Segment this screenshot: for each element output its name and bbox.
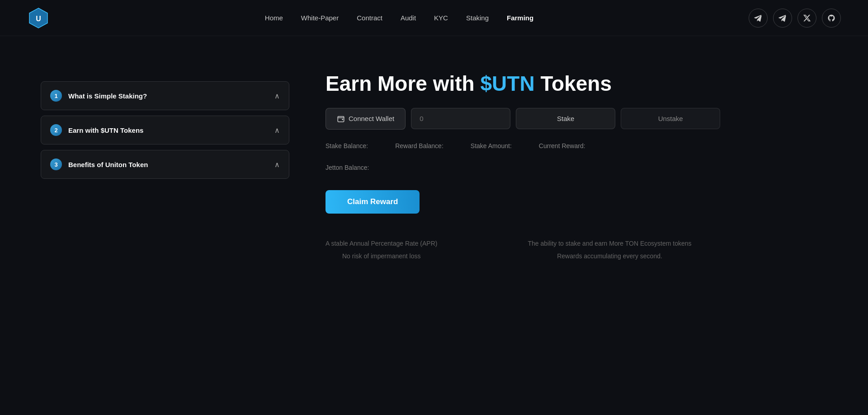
faq-item-3-header[interactable]: 3 Benefits of Uniton Token ∧ — [41, 150, 289, 178]
github-icon[interactable] — [822, 9, 841, 28]
faq-number-1: 1 — [50, 90, 62, 102]
faq-item-1: 1 What is Simple Staking? ∧ — [41, 81, 289, 110]
svg-point-2 — [342, 119, 343, 120]
social-icons — [749, 9, 841, 28]
unstake-button[interactable]: Unstake — [621, 108, 720, 129]
nav-links: Home White-Paper Contract Audit KYC Stak… — [265, 14, 533, 22]
faq-item-2-header[interactable]: 2 Earn with $UTN Tokens ∧ — [41, 116, 289, 144]
balance-info: Stake Balance: Reward Balance: Stake Amo… — [326, 142, 827, 151]
twitter-icon[interactable] — [797, 9, 816, 28]
faq-chevron-3: ∧ — [274, 160, 280, 169]
faq-number-3: 3 — [50, 159, 62, 170]
feature-no-risk: No risk of impermanent loss — [326, 252, 437, 260]
wallet-icon — [337, 115, 345, 123]
logo[interactable]: U — [27, 7, 50, 29]
stake-balance-label: Stake Balance: — [326, 142, 368, 149]
current-reward: Current Reward: — [539, 142, 585, 151]
faq-item-1-header[interactable]: 1 What is Simple Staking? ∧ — [41, 82, 289, 110]
feature-apr: A stable Annual Percentage Rate (APR) — [326, 240, 437, 247]
stake-button[interactable]: Stake — [516, 108, 615, 129]
features-left: A stable Annual Percentage Rate (APR) No… — [326, 240, 437, 260]
nav-staking[interactable]: Staking — [466, 14, 489, 22]
nav-kyc[interactable]: KYC — [434, 14, 448, 22]
faq-title-3: Benefits of Uniton Token — [68, 161, 148, 168]
features-right: The ability to stake and earn More TON E… — [528, 240, 691, 260]
staking-panel: Earn More with $UTN Tokens Connect Walle… — [326, 72, 827, 260]
faq-item-3: 3 Benefits of Uniton Token ∧ — [41, 150, 289, 179]
earn-title-part1: Earn More with — [326, 72, 480, 95]
feature-stake-earn: The ability to stake and earn More TON E… — [528, 240, 691, 247]
jetton-balance-label: Jetton Balance: — [326, 164, 827, 171]
faq-chevron-2: ∧ — [274, 126, 280, 135]
feature-rewards: Rewards accumulating every second. — [528, 252, 691, 260]
reward-balance: Reward Balance: — [395, 142, 443, 151]
nav-home[interactable]: Home — [265, 14, 283, 22]
nav-farming[interactable]: Farming — [507, 14, 533, 22]
connect-wallet-label: Connect Wallet — [349, 115, 394, 122]
earn-title: Earn More with $UTN Tokens — [326, 72, 827, 95]
claim-reward-button[interactable]: Claim Reward — [326, 190, 420, 214]
current-reward-label: Current Reward: — [539, 142, 585, 149]
reward-balance-label: Reward Balance: — [395, 142, 443, 149]
jetton-balance: Jetton Balance: — [326, 164, 827, 173]
connect-wallet-button[interactable]: Connect Wallet — [326, 108, 406, 130]
nav-audit[interactable]: Audit — [401, 14, 416, 22]
faq-title-1: What is Simple Staking? — [68, 92, 147, 100]
features-section: A stable Annual Percentage Rate (APR) No… — [326, 240, 827, 260]
earn-title-highlight: $UTN — [480, 72, 534, 95]
faq-panel: 1 What is Simple Staking? ∧ 2 Earn with … — [41, 81, 289, 260]
nav-whitepaper[interactable]: White-Paper — [301, 14, 339, 22]
faq-chevron-1: ∧ — [274, 92, 280, 100]
amount-input[interactable] — [411, 108, 510, 129]
wallet-row: Connect Wallet Stake Unstake — [326, 108, 827, 130]
main-content: 1 What is Simple Staking? ∧ 2 Earn with … — [0, 36, 868, 287]
faq-item-2: 2 Earn with $UTN Tokens ∧ — [41, 116, 289, 145]
telegram1-icon[interactable] — [749, 9, 768, 28]
faq-number-2: 2 — [50, 124, 62, 136]
faq-title-2: Earn with $UTN Tokens — [68, 126, 143, 134]
telegram2-icon[interactable] — [773, 9, 792, 28]
stake-amount: Stake Amount: — [471, 142, 512, 151]
stake-amount-label: Stake Amount: — [471, 142, 512, 149]
navbar: U Home White-Paper Contract Audit KYC St… — [0, 0, 868, 36]
nav-contract[interactable]: Contract — [357, 14, 382, 22]
svg-text:U: U — [36, 15, 41, 23]
earn-title-part2: Tokens — [535, 72, 612, 95]
stake-balance: Stake Balance: — [326, 142, 368, 151]
